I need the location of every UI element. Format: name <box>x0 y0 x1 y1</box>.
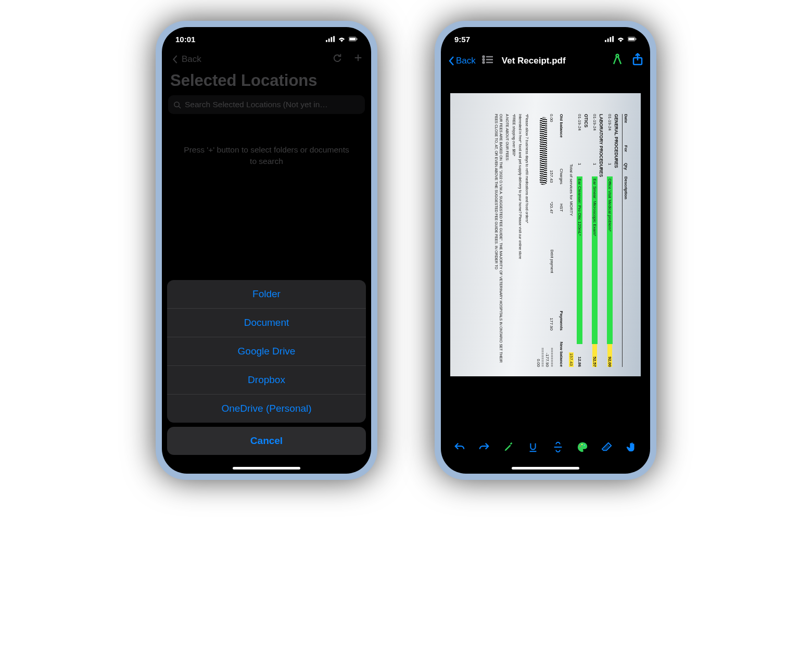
receipt-page: Date For Qty Description GENERAL PROCEDU… <box>450 93 641 376</box>
list-button[interactable] <box>482 55 493 67</box>
subtotal-label: Total of services for MORTY <box>569 164 574 216</box>
chevron-left-icon <box>170 55 180 64</box>
action-sheet-item-folder[interactable]: Folder <box>167 280 366 309</box>
status-icons <box>326 36 358 42</box>
action-sheet-item-document[interactable]: Document <box>167 309 366 337</box>
action-sheet-cancel[interactable]: Cancel <box>167 427 366 455</box>
receipt-section-title: GENERAL PROCEDURES <box>614 114 619 367</box>
strikethrough-icon <box>552 441 564 453</box>
notch <box>506 27 585 41</box>
strikethrough-tool[interactable] <box>551 440 565 454</box>
svg-rect-5 <box>349 37 356 40</box>
col-qty: Qty <box>624 163 628 176</box>
highlighter-tool[interactable] <box>501 440 516 454</box>
wifi-icon <box>616 36 625 42</box>
refresh-icon <box>333 53 342 62</box>
svg-rect-2 <box>331 37 332 42</box>
receipt-row: 01-19-241Ear Cleanser: Pro Otic 120mL*12… <box>577 114 582 367</box>
compass-icon <box>612 54 623 65</box>
add-button[interactable] <box>353 53 363 65</box>
nav-bar: Back Vet Receipt.pdf <box>441 51 650 70</box>
home-indicator[interactable] <box>233 467 300 469</box>
back-label: Back <box>456 56 476 66</box>
nav-bar: Back <box>162 51 371 67</box>
svg-rect-16 <box>628 37 635 40</box>
search-field[interactable]: Search Selected Locations (Not yet in… <box>168 95 365 114</box>
action-sheet: Folder Document Google Drive Dropbox One… <box>167 280 366 464</box>
touch-tool[interactable] <box>624 440 639 454</box>
cellular-icon <box>605 36 614 42</box>
svg-point-9 <box>174 101 179 106</box>
svg-point-31 <box>583 445 585 446</box>
eraser-tool[interactable] <box>600 440 614 454</box>
underline-tool[interactable] <box>526 440 540 454</box>
screen-left: 10:01 Back Selected Locations <box>162 27 371 474</box>
undo-button[interactable] <box>452 440 467 454</box>
redo-icon <box>478 441 490 453</box>
svg-line-10 <box>179 106 181 108</box>
cellular-icon <box>326 36 335 42</box>
underline-icon <box>527 441 539 453</box>
svg-point-30 <box>581 444 582 445</box>
eraser-icon <box>601 441 613 453</box>
notch <box>227 27 306 41</box>
svg-point-20 <box>483 59 484 60</box>
page-title: Selected Locations <box>162 67 371 95</box>
svg-line-25 <box>614 57 617 64</box>
search-icon <box>173 101 181 109</box>
redaction-scribble <box>540 117 547 185</box>
document-title: Vet Receipt.pdf <box>502 56 605 66</box>
svg-point-18 <box>483 56 484 57</box>
receipt-section-title: LABORATORY PROCEDURES <box>599 114 604 367</box>
action-sheet-item-onedrive[interactable]: OneDrive (Personal) <box>167 395 366 423</box>
svg-rect-14 <box>612 36 614 42</box>
status-time: 9:57 <box>454 35 470 44</box>
battery-icon <box>628 36 637 42</box>
back-button[interactable]: Back <box>170 54 201 65</box>
share-button[interactable] <box>632 53 643 68</box>
empty-state-hint: Press '+' button to select folders or do… <box>162 144 371 167</box>
receipt-header: Date For Qty Description <box>622 114 628 367</box>
receipt-notes: *Please allow 7 business days to refill … <box>493 114 529 367</box>
status-time: 10:01 <box>175 35 195 44</box>
action-sheet-item-gdrive[interactable]: Google Drive <box>167 337 366 366</box>
screen-right: 9:57 Back Vet Receipt.pdf <box>441 27 650 474</box>
svg-rect-13 <box>610 37 611 42</box>
col-for: For <box>624 145 628 163</box>
dimmed-background: Back Selected Locations Search Selected … <box>162 51 371 167</box>
action-sheet-group: Folder Document Google Drive Dropbox One… <box>167 280 366 423</box>
markup-button[interactable] <box>612 54 623 68</box>
phone-left: 10:01 Back Selected Locations <box>156 21 377 480</box>
svg-line-26 <box>618 57 621 64</box>
highlighter-icon <box>503 441 514 453</box>
action-sheet-item-dropbox[interactable]: Dropbox <box>167 366 366 395</box>
receipt-content: Date For Qty Description GENERAL PROCEDU… <box>450 93 641 376</box>
refresh-button[interactable] <box>333 53 342 65</box>
phone-right: 9:57 Back Vet Receipt.pdf <box>435 21 656 480</box>
receipt-section-title: OTICS <box>583 114 589 367</box>
svg-rect-1 <box>328 39 330 42</box>
home-indicator[interactable] <box>512 467 579 469</box>
search-placeholder: Search Selected Locations (Not yet in… <box>185 100 328 109</box>
col-desc: Description <box>624 176 628 367</box>
svg-point-22 <box>483 61 484 63</box>
list-icon <box>482 55 493 64</box>
svg-rect-11 <box>605 40 606 42</box>
svg-rect-17 <box>636 39 636 40</box>
chevron-left-icon <box>448 56 454 66</box>
subtotal-amount: 157.43 <box>569 352 574 367</box>
receipt-row: 01-19-241Ear Smear: Microscopic Exam*52.… <box>592 114 598 367</box>
svg-rect-0 <box>326 40 327 42</box>
back-button[interactable]: Back <box>448 56 476 66</box>
battery-icon <box>349 36 358 42</box>
redo-button[interactable] <box>477 440 491 454</box>
svg-rect-12 <box>607 39 609 42</box>
back-label: Back <box>182 54 201 65</box>
document-viewer[interactable]: Date For Qty Description GENERAL PROCEDU… <box>441 70 650 432</box>
col-date: Date <box>624 114 628 145</box>
undo-icon <box>454 441 465 453</box>
wifi-icon <box>337 36 346 42</box>
plus-icon <box>353 53 363 62</box>
svg-rect-6 <box>357 39 357 40</box>
color-picker-tool[interactable] <box>575 440 590 454</box>
